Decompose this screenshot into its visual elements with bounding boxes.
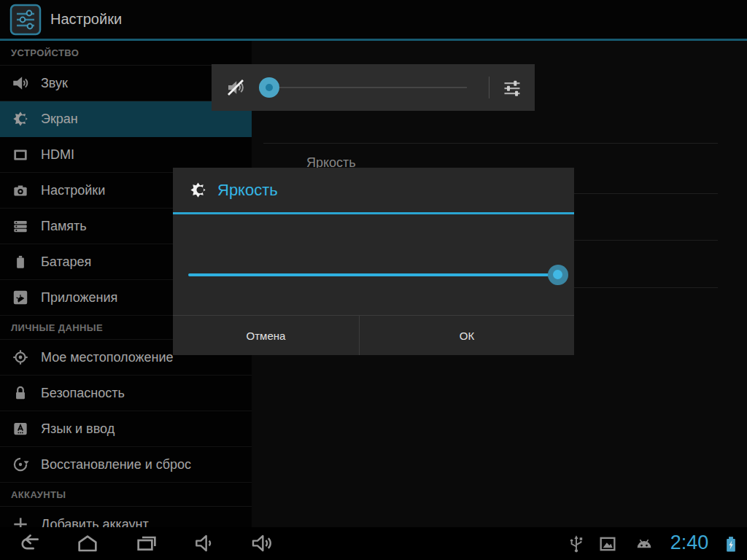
volume-slider-thumb[interactable] — [259, 77, 279, 98]
apps-icon — [11, 288, 30, 307]
recents-button[interactable] — [135, 532, 158, 555]
back-button[interactable] — [18, 532, 42, 555]
brightness-slider-track[interactable] — [188, 273, 559, 276]
lock-icon — [11, 384, 30, 402]
divider — [489, 77, 489, 98]
speaker-icon — [11, 74, 30, 93]
volume-slider-track[interactable] — [259, 87, 467, 88]
brightness-slider-thumb[interactable] — [548, 265, 568, 285]
storage-icon — [11, 217, 30, 236]
sidebar-item-backup-reset[interactable]: Восстановление и сброс — [0, 447, 252, 483]
section-header-device: УСТРОЙСТВО — [0, 41, 252, 66]
equalizer-settings-icon[interactable] — [502, 77, 522, 98]
image-icon — [597, 534, 618, 554]
usb-icon — [566, 534, 587, 554]
ok-button[interactable]: ОК — [360, 316, 574, 355]
home-button[interactable] — [76, 532, 99, 555]
language-icon — [11, 419, 30, 438]
volume-down-button[interactable] — [193, 532, 216, 555]
brightness-icon — [11, 109, 30, 128]
battery-icon — [11, 252, 30, 271]
volume-up-button[interactable] — [250, 532, 274, 555]
plus-icon — [11, 515, 30, 527]
dialog-button-bar: Отмена ОК — [173, 315, 574, 355]
page-title: Настройки — [50, 11, 122, 28]
divider — [263, 143, 718, 144]
volume-slider-thumb-dot — [266, 84, 273, 91]
sidebar-item-add-account[interactable]: Добавить аккаунт — [0, 507, 252, 527]
brightness-slider-thumb-dot — [553, 270, 562, 279]
android-debug-icon — [634, 534, 654, 554]
brightness-icon — [188, 180, 208, 200]
sidebar-item-language-input[interactable]: Язык и ввод — [0, 411, 252, 447]
screen: Настройки УСТРОЙСТВО Звук Экран — [0, 0, 747, 560]
clock: 2:40 — [662, 532, 716, 554]
battery-charging-icon — [721, 534, 741, 554]
system-bar: 2:40 — [0, 527, 747, 560]
section-header-accounts: АККАУНТЫ — [0, 483, 252, 507]
dialog-title: Яркость — [217, 181, 278, 200]
display-icon — [11, 145, 30, 164]
brightness-dialog: Яркость Отмена ОК — [173, 168, 574, 355]
cancel-button[interactable]: Отмена — [173, 316, 360, 355]
settings-app-icon — [9, 4, 42, 36]
camera-icon — [11, 181, 30, 200]
restore-icon — [11, 455, 30, 474]
dialog-header: Яркость — [173, 168, 574, 214]
location-icon — [11, 348, 30, 367]
volume-popup — [212, 64, 535, 111]
sidebar-item-security[interactable]: Безопасность — [0, 376, 252, 411]
muted-speaker-icon[interactable] — [225, 77, 247, 98]
app-bar: Настройки — [0, 0, 747, 41]
dialog-body — [173, 214, 574, 316]
